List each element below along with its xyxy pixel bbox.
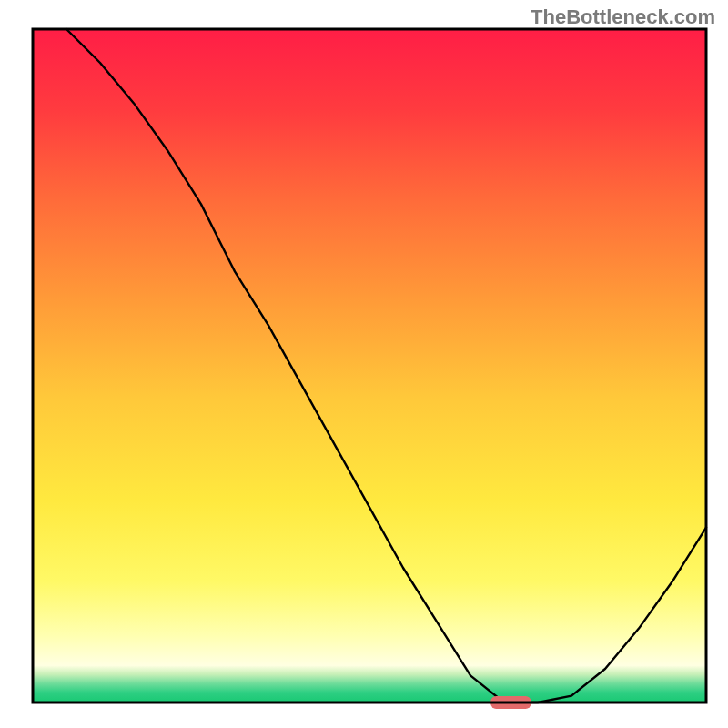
chart-container: TheBottleneck.com: [0, 0, 728, 728]
plot-background: [33, 29, 706, 703]
watermark-text: TheBottleneck.com: [531, 5, 715, 29]
bottleneck-chart: [0, 0, 728, 728]
